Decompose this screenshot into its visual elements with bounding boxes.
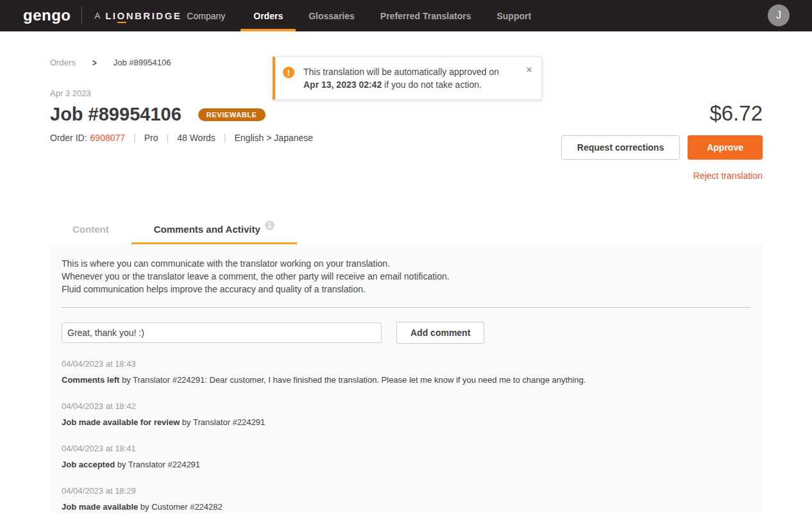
- comment-input[interactable]: [62, 322, 382, 343]
- main-nav: Orders Glossaries Preferred Translators …: [241, 0, 544, 31]
- job-date: Apr 3 2023: [50, 88, 313, 98]
- breadcrumb-orders-link[interactable]: Orders: [50, 58, 76, 67]
- entry-action: Job accepted: [62, 460, 115, 469]
- job-price: $6.72: [561, 101, 763, 126]
- entry-detail: by Customer #224282: [138, 502, 223, 512]
- user-avatar[interactable]: J: [768, 4, 790, 26]
- add-comment-button[interactable]: Add comment: [396, 322, 484, 344]
- activity-log: 04/04/2023 at 18:43 Comments left by Tra…: [62, 359, 750, 512]
- job-tier: Pro: [144, 133, 158, 143]
- page-title: Job #89954106: [50, 104, 182, 125]
- entry-action: Job made available: [62, 502, 138, 512]
- close-icon[interactable]: ✕: [526, 65, 532, 91]
- notification-text: This translation will be automatically a…: [303, 65, 503, 91]
- comments-activity-panel: This is where you can communicate with t…: [50, 244, 762, 513]
- entry-detail: by Translator #224291: [115, 460, 200, 469]
- job-word-count: 48 Words: [177, 133, 216, 143]
- entry-timestamp: 04/04/2023 at 18:43: [62, 359, 750, 369]
- job-tabs: Content Comments and Activity 1: [50, 214, 297, 244]
- lionbridge-post: NBRIDGE: [126, 10, 182, 21]
- entry-timestamp: 04/04/2023 at 18:42: [62, 401, 750, 411]
- top-navigation-bar: gengo A LIONBRIDGE Company Orders Glossa…: [0, 0, 812, 31]
- meta-separator: |: [133, 133, 136, 143]
- job-header: Apr 3 2023 Job #89954106 REVIEWABLE Orde…: [50, 88, 313, 143]
- intro-line: This is where you can communicate with t…: [62, 257, 750, 270]
- entry-timestamp: 04/04/2023 at 18:41: [62, 444, 750, 453]
- nav-item-support[interactable]: Support: [484, 0, 544, 31]
- alert-icon: !: [283, 67, 294, 78]
- entry-detail: by Translator #224291: [180, 417, 265, 427]
- meta-separator: |: [167, 133, 169, 143]
- entry-detail: by Translator #224291: Dear customer, I …: [119, 375, 586, 385]
- notification-text-start: This translation will be automatically a…: [303, 67, 499, 77]
- nav-item-preferred-translators[interactable]: Preferred Translators: [368, 0, 484, 31]
- entry-body: Job made available by Customer #224282: [62, 502, 750, 512]
- panel-divider: [62, 307, 750, 308]
- lionbridge-pre: LI: [105, 10, 117, 21]
- activity-entry: 04/04/2023 at 18:43 Comments left by Tra…: [62, 359, 750, 385]
- entry-body: Job accepted by Translator #224291: [62, 460, 750, 469]
- price-and-actions: $6.72 Request corrections Approve Reject…: [561, 101, 763, 181]
- lionbridge-wordmark: LIONBRIDGE: [105, 10, 182, 21]
- nav-item-orders[interactable]: Orders: [241, 0, 296, 31]
- lionbridge-suffix: Company: [187, 11, 225, 21]
- comment-count-badge: 1: [265, 221, 275, 230]
- lionbridge-prefix: A: [95, 11, 101, 21]
- job-meta-row: Order ID: 6908077 | Pro | 48 Words | Eng…: [50, 133, 313, 143]
- activity-entry: 04/04/2023 at 18:29 Job made available b…: [62, 486, 750, 512]
- activity-entry: 04/04/2023 at 18:41 Job accepted by Tran…: [62, 444, 750, 469]
- order-id-link[interactable]: 6908077: [90, 133, 126, 143]
- order-id-label: Order ID:: [50, 133, 87, 143]
- lionbridge-brand: A LIONBRIDGE Company: [95, 0, 226, 31]
- entry-body: Comments left by Translator #224291: Dea…: [62, 375, 750, 385]
- logo-divider: [81, 7, 82, 25]
- tab-comments-label: Comments and Activity: [154, 224, 260, 235]
- activity-entry: 04/04/2023 at 18:42 Job made available f…: [62, 401, 750, 427]
- request-corrections-button[interactable]: Request corrections: [561, 135, 680, 160]
- breadcrumb: Orders > Job #89954106: [50, 58, 171, 67]
- intro-line: Fluid communication helps improve the ac…: [62, 283, 750, 296]
- reject-translation-link[interactable]: Reject translation: [561, 171, 763, 181]
- comment-form: Add comment: [62, 322, 750, 344]
- approve-button[interactable]: Approve: [688, 135, 763, 160]
- breadcrumb-current-job: Job #89954106: [114, 58, 171, 67]
- chevron-right-icon: >: [92, 57, 97, 68]
- entry-body: Job made available for review by Transla…: [62, 417, 750, 427]
- lionbridge-underlined-letter: O: [117, 10, 126, 23]
- intro-line: Whenever you or the translator leave a c…: [62, 270, 750, 283]
- nav-item-glossaries[interactable]: Glossaries: [296, 0, 368, 31]
- entry-action: Job made available for review: [62, 417, 180, 427]
- panel-intro: This is where you can communicate with t…: [62, 257, 750, 296]
- notification-date: Apr 13, 2023 02:42: [303, 79, 382, 90]
- tab-comments-and-activity[interactable]: Comments and Activity 1: [131, 214, 297, 244]
- notification-text-end: if you do not take action.: [382, 79, 482, 90]
- entry-action: Comments left: [62, 375, 119, 385]
- status-badge: REVIEWABLE: [198, 108, 266, 121]
- tab-content[interactable]: Content: [50, 214, 131, 244]
- meta-separator: |: [224, 133, 226, 143]
- entry-timestamp: 04/04/2023 at 18:29: [62, 486, 750, 496]
- job-language-pair: English > Japanese: [234, 133, 313, 143]
- gengo-logo[interactable]: gengo: [23, 6, 71, 31]
